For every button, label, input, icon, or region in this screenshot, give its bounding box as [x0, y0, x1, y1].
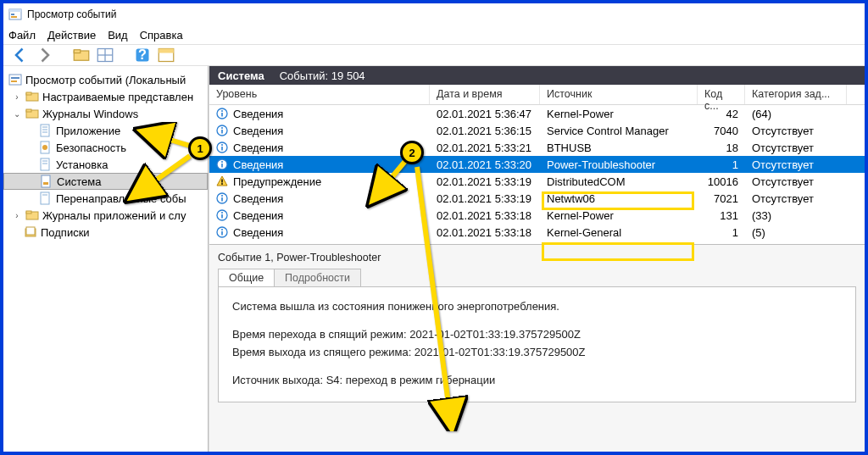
table-row[interactable]: Сведения02.01.2021 5:33:19Netwtw067021От…: [209, 190, 865, 207]
table-row[interactable]: Сведения02.01.2021 5:33:18Kernel-General…: [209, 224, 865, 241]
svg-rect-31: [41, 192, 49, 204]
navigation-tree[interactable]: Просмотр событий (Локальный › Настраивае…: [3, 66, 209, 452]
table-row[interactable]: Сведения02.01.2021 5:33:21BTHUSB18Отсутс…: [209, 139, 865, 156]
svg-rect-20: [41, 125, 49, 136]
tree-label: Система: [57, 175, 101, 188]
table-row[interactable]: Сведения02.01.2021 5:33:18Kernel-Power13…: [209, 207, 865, 224]
svg-point-53: [221, 195, 223, 197]
tree-subscriptions[interactable]: Подписки: [3, 224, 208, 241]
svg-rect-5: [74, 50, 81, 53]
back-icon[interactable]: [12, 47, 29, 64]
cell-date: 02.01.2021 5:33:19: [430, 175, 540, 188]
cell-level: Сведения: [209, 192, 430, 205]
menu-bar: Файл Действие Вид Справка: [3, 25, 865, 44]
tree-setup[interactable]: Установка: [3, 156, 208, 173]
cell-id: 42: [698, 108, 745, 120]
svg-rect-17: [26, 92, 31, 95]
cell-level: Сведения: [209, 125, 430, 137]
col-id[interactable]: Код с...: [698, 85, 745, 104]
svg-rect-30: [43, 182, 48, 185]
menu-file[interactable]: Файл: [8, 29, 36, 42]
cell-task: (5): [745, 226, 847, 239]
tree-label: Просмотр событий (Локальный: [25, 74, 186, 86]
app-icon: [8, 8, 22, 21]
cell-id: 10016: [698, 175, 745, 188]
col-date[interactable]: Дата и время: [430, 85, 540, 104]
annotation-badge-1: 1: [188, 136, 212, 160]
detail-line: Система вышла из состояния пониженного э…: [232, 299, 842, 315]
cell-source: Netwtw06: [540, 192, 698, 205]
tree-windows-logs[interactable]: ⌄ Журналы Windows: [3, 105, 208, 122]
tree-label: Журналы Windows: [42, 108, 138, 120]
tree-appsvc-logs[interactable]: › Журналы приложений и слу: [3, 207, 208, 224]
cell-date: 02.01.2021 5:33:18: [430, 209, 540, 222]
forward-icon[interactable]: [36, 47, 53, 64]
event-count: Событий: 19 504: [280, 69, 365, 82]
cell-level: Сведения: [209, 158, 430, 171]
svg-rect-3: [11, 16, 17, 18]
svg-rect-14: [11, 77, 19, 79]
tree-label: Установка: [56, 158, 108, 171]
tree-system[interactable]: Система: [3, 173, 208, 190]
pane-header: Система Событий: 19 504: [209, 66, 865, 85]
menu-view[interactable]: Вид: [108, 29, 128, 42]
annotation-badge-2: 2: [400, 141, 424, 164]
cell-date: 02.01.2021 5:33:18: [430, 226, 540, 239]
panel-icon[interactable]: [97, 47, 114, 64]
svg-rect-19: [26, 109, 31, 112]
cell-date: 02.01.2021 5:33:19: [430, 192, 540, 205]
svg-point-25: [42, 145, 47, 150]
tree-security[interactable]: Безопасность: [3, 139, 208, 156]
tree-application[interactable]: Приложение: [3, 122, 208, 139]
col-level[interactable]: Уровень: [209, 85, 430, 104]
svg-rect-55: [221, 214, 223, 219]
expand-icon[interactable]: ›: [12, 210, 22, 220]
menu-action[interactable]: Действие: [47, 29, 96, 42]
tree-custom-views[interactable]: › Настраиваемые представлен: [3, 88, 208, 105]
tree-forwarded[interactable]: Перенаправленные собы: [3, 190, 208, 207]
tree-label: Перенаправленные собы: [56, 192, 186, 205]
cell-date: 02.01.2021 5:33:20: [430, 158, 540, 171]
collapse-icon[interactable]: ⌄: [12, 108, 22, 119]
pane-title: Система: [218, 69, 264, 82]
tab-details[interactable]: Подробности: [274, 269, 361, 286]
cell-date: 02.01.2021 5:36:47: [430, 108, 540, 120]
detail-line: Источник выхода: S4: переход в режим гиб…: [232, 373, 842, 389]
cell-id: 1: [698, 226, 745, 239]
tree-root[interactable]: Просмотр событий (Локальный: [3, 71, 208, 88]
detail-tabs: Общие Подробности: [218, 269, 856, 286]
detail-line: Время перехода в спящий режим: 2021-01-0…: [232, 327, 842, 343]
svg-point-50: [221, 183, 223, 185]
table-row[interactable]: Предупреждение02.01.2021 5:33:19Distribu…: [209, 173, 865, 190]
tree-label: Приложение: [56, 125, 120, 137]
col-task[interactable]: Категория зад...: [745, 85, 847, 104]
cell-level: Сведения: [209, 141, 430, 154]
tree-label: Безопасность: [56, 141, 126, 154]
cell-id: 1: [698, 158, 745, 171]
col-source[interactable]: Источник: [540, 85, 698, 104]
cell-source: Service Control Manager: [540, 125, 698, 137]
cell-date: 02.01.2021 5:33:21: [430, 141, 540, 154]
table-row[interactable]: Сведения02.01.2021 5:33:20Power-Troubles…: [209, 156, 865, 173]
svg-point-45: [221, 144, 223, 146]
table-row[interactable]: Сведения02.01.2021 5:36:47Kernel-Power42…: [209, 105, 865, 122]
svg-point-42: [221, 127, 223, 129]
expand-icon[interactable]: ›: [12, 92, 22, 102]
detail-line: Время выхода из спящего режима: 2021-01-…: [232, 345, 842, 361]
cell-task: Отсутствует: [745, 192, 847, 205]
tab-general[interactable]: Общие: [218, 269, 275, 286]
help-icon[interactable]: ?: [134, 47, 151, 64]
cell-source: Power-Troubleshooter: [540, 158, 698, 171]
menu-help[interactable]: Справка: [140, 29, 183, 42]
cell-level: Предупреждение: [209, 175, 430, 188]
svg-rect-34: [26, 211, 31, 214]
folder-icon[interactable]: [73, 47, 90, 64]
cell-source: Kernel-Power: [540, 209, 698, 222]
svg-point-59: [221, 229, 223, 230]
cell-source: Kernel-General: [540, 226, 698, 239]
table-row[interactable]: Сведения02.01.2021 5:36:15Service Contro…: [209, 122, 865, 139]
panel2-icon[interactable]: [158, 47, 175, 64]
cell-date: 02.01.2021 5:36:15: [430, 125, 540, 137]
event-grid[interactable]: Уровень Дата и время Источник Код с... К…: [209, 85, 865, 244]
toolbar: ?: [3, 44, 865, 66]
